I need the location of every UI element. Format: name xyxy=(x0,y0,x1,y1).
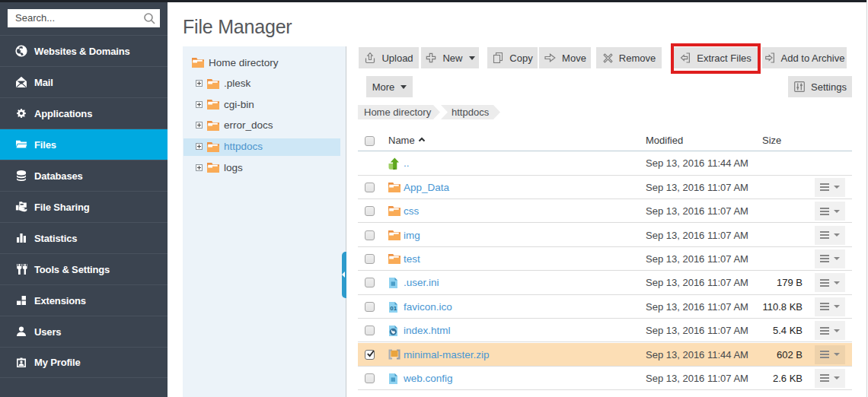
svg-text:01: 01 xyxy=(390,305,397,312)
